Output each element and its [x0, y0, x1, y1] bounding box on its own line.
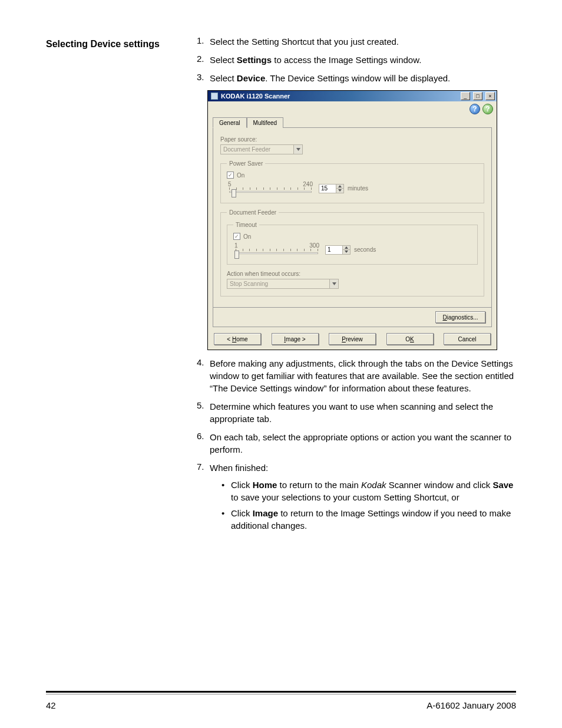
- step-text: Select Device. The Device Settings windo…: [210, 72, 516, 84]
- document-feeder-legend: Document Feeder: [227, 209, 279, 216]
- powersaver-on-checkbox[interactable]: ✓ On: [227, 172, 478, 179]
- app-icon: [211, 93, 218, 100]
- tab-panel-general: Paper source: Document Feeder Power Save…: [213, 128, 492, 308]
- slider-max: 300: [309, 242, 319, 249]
- document-feeder-group: Document Feeder Timeout ✓ On: [220, 209, 484, 297]
- spin-up-icon[interactable]: [336, 185, 343, 189]
- window-title: KODAK i1120 Scanner: [221, 93, 459, 100]
- checkbox-label: On: [237, 172, 244, 179]
- paper-source-select[interactable]: Document Feeder: [220, 144, 303, 154]
- image-button[interactable]: Image >: [272, 333, 319, 345]
- timeout-value-input[interactable]: [326, 246, 342, 254]
- step-2: 2. Select Settings to access the Image S…: [197, 54, 516, 66]
- page-footer: 42 A-61602 January 2008: [46, 691, 516, 710]
- tab-general[interactable]: General: [213, 117, 247, 128]
- action-value: Stop Scanning: [227, 280, 329, 288]
- step-text: Select the Setting Shortcut that you jus…: [210, 35, 516, 48]
- slider-min: 1: [234, 242, 238, 249]
- info-icon[interactable]: ?: [470, 104, 480, 114]
- step-text: Before making any adjustments, click thr…: [210, 357, 516, 394]
- powersaver-slider[interactable]: 5 240: [227, 181, 314, 196]
- powersaver-value-input[interactable]: [319, 185, 336, 193]
- section-heading: Selecting Device settings: [46, 35, 197, 50]
- home-button[interactable]: < Home: [214, 333, 261, 345]
- step-num: 1.: [197, 35, 210, 48]
- step-6: 6. On each tab, select the appropriate o…: [197, 431, 516, 456]
- step-text: Select Settings to access the Image Sett…: [210, 54, 516, 66]
- step-7: 7. When finished: • Click Home to return…: [197, 462, 516, 535]
- step-num: 5.: [197, 400, 210, 425]
- step-1: 1. Select the Setting Shortcut that you …: [197, 35, 516, 48]
- step-text: Determine which features you want to use…: [210, 400, 516, 425]
- timeout-slider[interactable]: 1 300: [233, 242, 320, 257]
- timeout-spinner[interactable]: [325, 245, 351, 255]
- diagnostics-button[interactable]: Diagnostics...: [435, 311, 485, 323]
- preview-button[interactable]: Preview: [329, 333, 376, 345]
- maximize-button[interactable]: □: [473, 92, 482, 100]
- help-icon[interactable]: ?: [482, 104, 493, 114]
- step-4: 4. Before making any adjustments, click …: [197, 357, 516, 394]
- close-button[interactable]: ×: [485, 92, 495, 100]
- minimize-button[interactable]: _: [461, 92, 470, 100]
- tab-multifeed[interactable]: Multifeed: [247, 117, 284, 128]
- timeout-unit: seconds: [354, 246, 376, 253]
- step-num: 7.: [197, 462, 210, 535]
- step-text: When finished: • Click Home to return to…: [210, 462, 516, 535]
- bullet-icon: •: [222, 507, 231, 532]
- bullet-icon: •: [222, 479, 231, 503]
- page-number: 42: [46, 700, 56, 710]
- step-text: On each tab, select the appropriate opti…: [210, 431, 516, 456]
- spin-down-icon[interactable]: [342, 250, 350, 254]
- action-select[interactable]: Stop Scanning: [227, 279, 339, 289]
- step-5: 5. Determine which features you want to …: [197, 400, 516, 425]
- power-saver-legend: Power Saver: [227, 160, 265, 167]
- checkbox-label: On: [243, 233, 251, 240]
- ok-button[interactable]: OK: [386, 333, 434, 345]
- timeout-legend: Timeout: [233, 222, 259, 228]
- chevron-down-icon: [329, 279, 338, 288]
- device-settings-window: KODAK i1120 Scanner _ □ × ? ? General: [207, 90, 497, 350]
- slider-min: 5: [228, 181, 232, 187]
- checkbox-icon: ✓: [227, 172, 234, 179]
- step-num: 3.: [197, 72, 210, 84]
- powersaver-spinner[interactable]: [319, 184, 344, 193]
- timeout-on-checkbox[interactable]: ✓ On: [233, 233, 471, 240]
- chevron-down-icon: [293, 145, 302, 154]
- doc-id: A-61602 January 2008: [427, 700, 516, 710]
- action-label: Action when timeout occurs:: [227, 271, 478, 277]
- cancel-button[interactable]: Cancel: [444, 333, 491, 345]
- paper-source-value: Document Feeder: [221, 146, 293, 153]
- power-saver-group: Power Saver ✓ On 5 240: [220, 160, 484, 203]
- slider-thumb[interactable]: [232, 189, 236, 197]
- step-num: 6.: [197, 431, 210, 456]
- bullet-image: • Click Image to return to the Image Set…: [222, 507, 516, 532]
- window-titlebar: KODAK i1120 Scanner _ □ ×: [208, 91, 497, 101]
- paper-source-label: Paper source:: [220, 136, 484, 143]
- tab-row: General Multifeed: [213, 117, 492, 128]
- checkbox-icon: ✓: [233, 233, 240, 240]
- step-3: 3. Select Device. The Device Settings wi…: [197, 72, 516, 84]
- spin-down-icon[interactable]: [336, 189, 343, 193]
- timeout-group: Timeout ✓ On 1: [227, 222, 478, 265]
- powersaver-unit: minutes: [348, 185, 368, 192]
- bullet-home: • Click Home to return to the main Kodak…: [222, 479, 516, 503]
- spin-up-icon[interactable]: [342, 246, 350, 250]
- step-num: 4.: [197, 357, 210, 394]
- step-num: 2.: [197, 54, 210, 66]
- slider-max: 240: [303, 181, 313, 187]
- slider-thumb[interactable]: [234, 251, 239, 259]
